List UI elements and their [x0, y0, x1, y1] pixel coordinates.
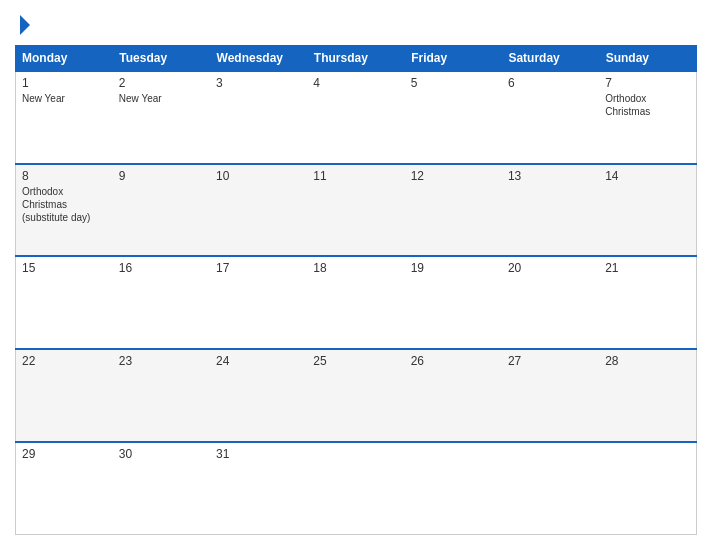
- day-number: 31: [216, 447, 301, 461]
- day-number: 1: [22, 76, 107, 90]
- day-number: 2: [119, 76, 204, 90]
- calendar-week-5: 293031: [16, 442, 697, 535]
- calendar-cell: 17: [210, 256, 307, 349]
- calendar-cell: 11: [307, 164, 404, 257]
- logo: [15, 15, 30, 35]
- day-number: 3: [216, 76, 301, 90]
- page: MondayTuesdayWednesdayThursdayFridaySatu…: [0, 0, 712, 550]
- calendar-cell: 12: [405, 164, 502, 257]
- day-number: 5: [411, 76, 496, 90]
- day-number: 12: [411, 169, 496, 183]
- column-header-thursday: Thursday: [307, 46, 404, 72]
- day-event: New Year: [22, 92, 107, 105]
- calendar-cell: [405, 442, 502, 535]
- calendar-cell: [599, 442, 696, 535]
- calendar-cell: 10: [210, 164, 307, 257]
- calendar-cell: 8Orthodox Christmas (substitute day): [16, 164, 113, 257]
- day-number: 28: [605, 354, 690, 368]
- day-number: 16: [119, 261, 204, 275]
- day-number: 27: [508, 354, 593, 368]
- calendar-cell: 23: [113, 349, 210, 442]
- day-event: New Year: [119, 92, 204, 105]
- day-number: 17: [216, 261, 301, 275]
- day-number: 20: [508, 261, 593, 275]
- day-number: 19: [411, 261, 496, 275]
- calendar-cell: 22: [16, 349, 113, 442]
- day-number: 29: [22, 447, 107, 461]
- day-number: 9: [119, 169, 204, 183]
- day-number: 30: [119, 447, 204, 461]
- calendar-cell: 6: [502, 71, 599, 164]
- calendar-cell: 24: [210, 349, 307, 442]
- calendar-cell: 30: [113, 442, 210, 535]
- calendar-cell: 19: [405, 256, 502, 349]
- day-number: 25: [313, 354, 398, 368]
- day-number: 8: [22, 169, 107, 183]
- calendar-cell: 2New Year: [113, 71, 210, 164]
- calendar-header-row: MondayTuesdayWednesdayThursdayFridaySatu…: [16, 46, 697, 72]
- day-number: 13: [508, 169, 593, 183]
- calendar-cell: 18: [307, 256, 404, 349]
- day-number: 10: [216, 169, 301, 183]
- calendar-week-4: 22232425262728: [16, 349, 697, 442]
- calendar-cell: 7Orthodox Christmas: [599, 71, 696, 164]
- calendar-cell: 14: [599, 164, 696, 257]
- column-header-tuesday: Tuesday: [113, 46, 210, 72]
- day-number: 7: [605, 76, 690, 90]
- calendar-cell: 28: [599, 349, 696, 442]
- header: [15, 15, 697, 35]
- day-number: 23: [119, 354, 204, 368]
- day-number: 26: [411, 354, 496, 368]
- day-number: 11: [313, 169, 398, 183]
- calendar-cell: 25: [307, 349, 404, 442]
- day-number: 6: [508, 76, 593, 90]
- calendar-table: MondayTuesdayWednesdayThursdayFridaySatu…: [15, 45, 697, 535]
- day-number: 15: [22, 261, 107, 275]
- calendar-week-2: 8Orthodox Christmas (substitute day)9101…: [16, 164, 697, 257]
- calendar-week-1: 1New Year2New Year34567Orthodox Christma…: [16, 71, 697, 164]
- calendar-cell: [502, 442, 599, 535]
- calendar-cell: 9: [113, 164, 210, 257]
- calendar-cell: 4: [307, 71, 404, 164]
- calendar-cell: 21: [599, 256, 696, 349]
- calendar-cell: 16: [113, 256, 210, 349]
- column-header-sunday: Sunday: [599, 46, 696, 72]
- column-header-friday: Friday: [405, 46, 502, 72]
- calendar-cell: 15: [16, 256, 113, 349]
- day-number: 24: [216, 354, 301, 368]
- day-number: 22: [22, 354, 107, 368]
- calendar-cell: 31: [210, 442, 307, 535]
- logo-triangle-icon: [20, 15, 30, 35]
- calendar-cell: 1New Year: [16, 71, 113, 164]
- calendar-week-3: 15161718192021: [16, 256, 697, 349]
- day-event: Orthodox Christmas: [605, 92, 690, 118]
- calendar-cell: 26: [405, 349, 502, 442]
- calendar-cell: 5: [405, 71, 502, 164]
- day-number: 4: [313, 76, 398, 90]
- calendar-cell: 3: [210, 71, 307, 164]
- column-header-monday: Monday: [16, 46, 113, 72]
- calendar-cell: 29: [16, 442, 113, 535]
- column-header-saturday: Saturday: [502, 46, 599, 72]
- day-number: 14: [605, 169, 690, 183]
- day-event: Orthodox Christmas (substitute day): [22, 185, 107, 224]
- column-header-wednesday: Wednesday: [210, 46, 307, 72]
- calendar-cell: 20: [502, 256, 599, 349]
- calendar-cell: 27: [502, 349, 599, 442]
- calendar-cell: [307, 442, 404, 535]
- calendar-cell: 13: [502, 164, 599, 257]
- day-number: 18: [313, 261, 398, 275]
- day-number: 21: [605, 261, 690, 275]
